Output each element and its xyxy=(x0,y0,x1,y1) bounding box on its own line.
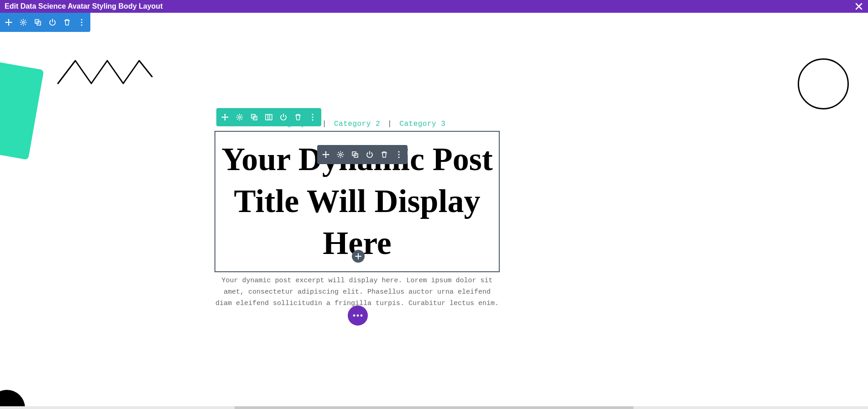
move-icon[interactable] xyxy=(5,18,13,26)
svg-point-23 xyxy=(361,315,363,317)
delete-icon[interactable] xyxy=(63,18,71,26)
svg-point-4 xyxy=(81,21,82,23)
move-icon[interactable] xyxy=(221,113,229,121)
dots-horizontal-icon xyxy=(353,314,363,317)
category-link[interactable]: Category 3 xyxy=(399,120,445,128)
add-module-button[interactable] xyxy=(352,250,365,263)
more-icon[interactable] xyxy=(309,113,317,121)
delete-icon[interactable] xyxy=(294,113,302,121)
top-bar: Edit Data Science Avatar Styling Body La… xyxy=(0,0,868,13)
svg-point-18 xyxy=(398,151,399,152)
svg-point-0 xyxy=(22,21,24,23)
svg-point-13 xyxy=(312,116,313,118)
module-toolbar xyxy=(317,145,408,164)
columns-icon[interactable] xyxy=(265,113,273,121)
svg-point-21 xyxy=(353,315,356,317)
close-button[interactable] xyxy=(854,2,863,11)
delete-icon[interactable] xyxy=(380,150,388,159)
duplicate-icon[interactable] xyxy=(34,18,42,26)
more-icon[interactable] xyxy=(395,150,403,159)
svg-point-5 xyxy=(81,24,82,26)
page-title: Edit Data Science Avatar Styling Body La… xyxy=(5,2,162,10)
svg-point-6 xyxy=(239,116,241,118)
bottom-divider xyxy=(0,406,868,409)
category-separator: | xyxy=(387,120,392,128)
close-icon xyxy=(855,3,863,10)
post-excerpt: Your dynamic post excerpt will display h… xyxy=(214,275,500,309)
svg-point-3 xyxy=(81,19,82,20)
svg-point-14 xyxy=(312,119,313,120)
more-icon[interactable] xyxy=(78,18,86,26)
duplicate-icon[interactable] xyxy=(351,150,359,159)
decorative-zigzag xyxy=(57,58,153,86)
svg-point-12 xyxy=(312,114,313,115)
category-link[interactable]: Category 2 xyxy=(334,120,380,128)
decorative-circle xyxy=(798,58,849,109)
section-toolbar xyxy=(0,13,90,32)
power-icon[interactable] xyxy=(48,18,57,26)
svg-point-15 xyxy=(340,154,341,155)
settings-icon[interactable] xyxy=(19,18,27,26)
duplicate-icon[interactable] xyxy=(250,113,258,121)
settings-icon[interactable] xyxy=(336,150,345,159)
svg-point-20 xyxy=(398,156,399,158)
decorative-teal-shape xyxy=(0,59,44,160)
plus-icon xyxy=(355,253,361,259)
svg-rect-9 xyxy=(266,114,272,120)
svg-point-22 xyxy=(357,315,359,317)
row-toolbar xyxy=(216,108,321,126)
power-icon[interactable] xyxy=(279,113,288,121)
category-separator: | xyxy=(322,120,327,128)
move-icon[interactable] xyxy=(322,150,330,159)
settings-icon[interactable] xyxy=(235,113,244,121)
expand-menu-button[interactable] xyxy=(348,305,368,326)
svg-point-19 xyxy=(398,154,399,155)
power-icon[interactable] xyxy=(366,150,374,159)
